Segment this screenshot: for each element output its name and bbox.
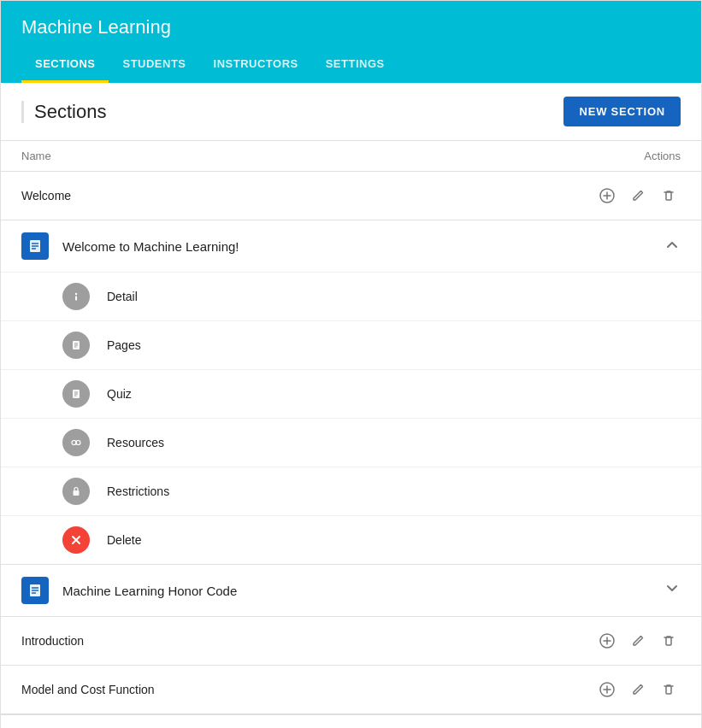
sub-item-detail[interactable]: Detail: [1, 272, 701, 320]
lesson-icon-blue: [21, 232, 49, 260]
resources-icon: [62, 429, 90, 456]
app-header: Machine Learning SECTIONS STUDENTS INSTR…: [1, 1, 701, 83]
quiz-label: Quiz: [107, 387, 132, 401]
section-actions-welcome: [595, 184, 681, 208]
tab-sections[interactable]: SECTIONS: [21, 47, 109, 83]
lesson-row-honor-code: Machine Learning Honor Code: [1, 565, 701, 617]
section-name-welcome: Welcome: [21, 189, 71, 203]
sub-item-delete[interactable]: Delete: [1, 515, 701, 564]
sub-item-quiz[interactable]: Quiz: [1, 369, 701, 418]
honor-code-icon: [21, 577, 49, 604]
delete-icon: [62, 526, 90, 554]
column-header-name: Name: [21, 150, 51, 162]
lesson-title-text-welcome: Welcome to Machine Learning!: [62, 239, 239, 254]
svg-rect-8: [75, 296, 77, 301]
restrictions-icon: [62, 478, 90, 505]
section-row-welcome: Welcome: [1, 172, 701, 220]
tab-students[interactable]: STUDENTS: [109, 47, 199, 83]
add-action-introduction[interactable]: [595, 629, 619, 653]
section-row-model-cost: Model and Cost Function: [1, 666, 701, 714]
main-nav: SECTIONS STUDENTS INSTRUCTORS SETTINGS: [21, 47, 681, 83]
table-header: Name Actions: [1, 141, 701, 172]
delete-action-welcome[interactable]: [657, 184, 681, 208]
sections-header: Sections NEW SECTION: [1, 83, 701, 141]
svg-rect-20: [74, 490, 80, 496]
chevron-up-icon-welcome[interactable]: [664, 236, 681, 257]
svg-point-18: [76, 441, 80, 445]
delete-label: Delete: [107, 533, 141, 547]
edit-action-introduction[interactable]: [626, 629, 650, 653]
sub-item-resources[interactable]: Resources: [1, 418, 701, 467]
section-name-model-cost: Model and Cost Function: [21, 683, 155, 696]
new-section-button[interactable]: NEW SECTION: [563, 97, 681, 126]
pagination-bar: Rows per page: 5 10 25 1-3 of 3: [1, 714, 701, 728]
lesson-expanded-welcome: Welcome to Machine Learning! Detail: [1, 220, 701, 565]
quiz-icon: [62, 380, 90, 408]
add-action-model-cost[interactable]: [595, 678, 619, 702]
column-header-actions: Actions: [644, 150, 681, 162]
chevron-down-icon-honor-code[interactable]: [664, 580, 681, 602]
sub-item-pages[interactable]: Pages: [1, 320, 701, 369]
section-actions-model-cost: [595, 678, 681, 702]
tab-settings[interactable]: SETTINGS: [312, 47, 398, 83]
section-actions-introduction: [595, 629, 681, 653]
tab-instructors[interactable]: INSTRUCTORS: [200, 47, 312, 83]
pages-label: Pages: [107, 338, 141, 352]
delete-action-introduction[interactable]: [657, 629, 681, 653]
edit-action-welcome[interactable]: [626, 184, 650, 208]
svg-point-7: [75, 293, 77, 295]
sections-title: Sections: [21, 101, 106, 123]
sub-item-restrictions[interactable]: Restrictions: [1, 467, 701, 515]
restrictions-label: Restrictions: [107, 484, 169, 498]
lesson-title-row-welcome: Welcome to Machine Learning!: [1, 220, 701, 272]
content-area: Sections NEW SECTION Name Actions Welcom…: [1, 83, 701, 728]
honor-code-left: Machine Learning Honor Code: [21, 577, 237, 604]
section-row-introduction: Introduction: [1, 617, 701, 666]
section-name-introduction: Introduction: [21, 634, 84, 648]
edit-action-model-cost[interactable]: [626, 678, 650, 702]
lesson-title-left-welcome: Welcome to Machine Learning!: [21, 232, 239, 260]
resources-label: Resources: [107, 436, 164, 449]
delete-action-model-cost[interactable]: [657, 678, 681, 702]
detail-icon: [62, 283, 90, 310]
app-title: Machine Learning: [21, 1, 681, 47]
honor-code-title: Machine Learning Honor Code: [62, 584, 237, 598]
add-action-welcome[interactable]: [595, 184, 619, 208]
svg-point-17: [72, 441, 76, 445]
pages-icon: [62, 332, 90, 359]
detail-label: Detail: [107, 290, 138, 303]
